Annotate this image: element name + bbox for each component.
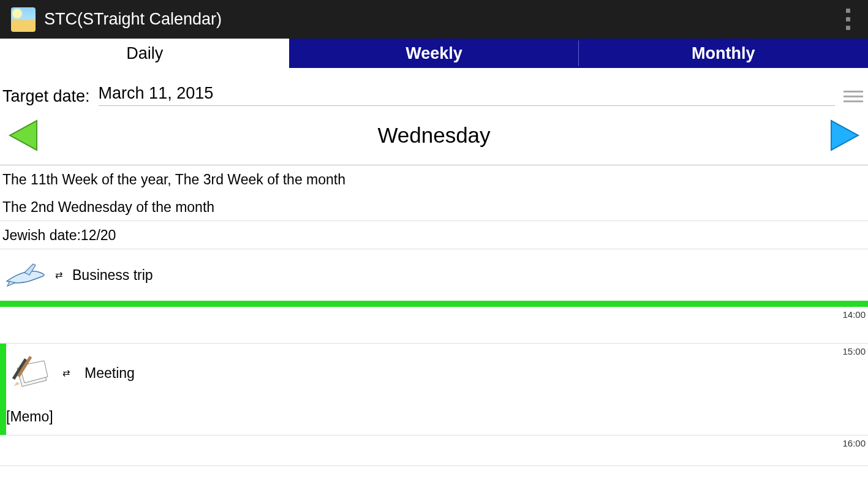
allday-event-title: Business trip xyxy=(72,267,153,284)
tab-monthly-label: Monthly xyxy=(692,44,755,63)
day-name: Wednesday xyxy=(42,123,826,148)
list-menu-icon[interactable] xyxy=(843,91,863,102)
app-title: STC(STraight Calendar) xyxy=(44,10,222,29)
time-slot-14[interactable]: 14:00 xyxy=(0,307,868,344)
notes-icon xyxy=(11,356,50,390)
repeat-icon: ⇄ xyxy=(55,270,61,281)
event-meeting-block[interactable]: 15:00 ⇄ Meeting [Memo] xyxy=(0,344,868,435)
time-label-16: 16:00 xyxy=(842,438,866,448)
allday-event-row[interactable]: ⇄ Business trip xyxy=(0,249,868,301)
target-date-row: Target date: March 11, 2015 xyxy=(0,68,868,106)
svg-marker-0 xyxy=(10,121,37,150)
airplane-icon xyxy=(5,263,48,287)
tab-strip: Daily Weekly Monthly xyxy=(0,39,868,68)
svg-marker-6 xyxy=(13,382,20,386)
event-color-bar xyxy=(0,344,6,435)
next-day-button[interactable] xyxy=(826,117,863,154)
app-icon xyxy=(11,7,36,32)
app-header: STC(STraight Calendar) xyxy=(0,0,868,39)
overflow-menu-icon[interactable] xyxy=(839,0,857,39)
day-navigation: Wednesday xyxy=(0,106,868,165)
time-slot-16[interactable]: 16:00 xyxy=(0,435,868,466)
time-label-14: 14:00 xyxy=(842,309,866,320)
tab-daily[interactable]: Daily xyxy=(0,39,289,68)
week-info-line2: The 2nd Wednesday of the month xyxy=(0,193,868,221)
tab-daily-label: Daily xyxy=(126,44,163,63)
target-date-label: Target date: xyxy=(2,87,90,106)
repeat-icon: ⇄ xyxy=(62,368,69,379)
tab-monthly[interactable]: Monthly xyxy=(579,39,868,68)
week-info-line1: The 11th Week of the year, The 3rd Week … xyxy=(0,165,868,193)
tab-weekly[interactable]: Weekly xyxy=(289,39,578,68)
meeting-memo: [Memo] xyxy=(0,395,868,429)
svg-marker-1 xyxy=(831,121,858,150)
target-date-value[interactable]: March 11, 2015 xyxy=(99,84,835,106)
prev-day-button[interactable] xyxy=(5,117,42,154)
meeting-title: Meeting xyxy=(85,365,135,382)
time-marker-bar xyxy=(0,301,868,307)
tab-weekly-label: Weekly xyxy=(406,44,462,63)
jewish-date-line: Jewish date:12/20 xyxy=(0,221,868,249)
time-label-15: 15:00 xyxy=(842,346,866,356)
